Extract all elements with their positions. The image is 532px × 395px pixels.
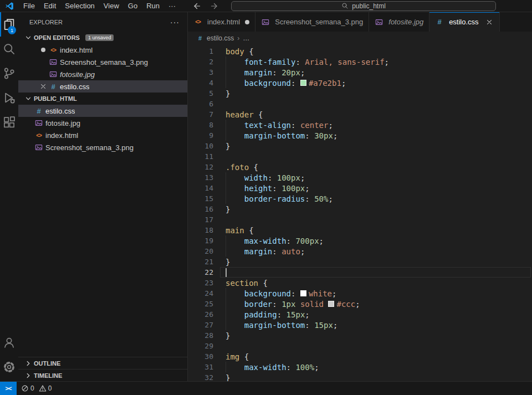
- tree-item-fotosite.jpg[interactable]: fotosite.jpg: [18, 117, 187, 129]
- close-editor-button[interactable]: [38, 82, 48, 91]
- line-number[interactable]: 21: [188, 258, 213, 266]
- code-line[interactable]: 12.foto {: [188, 162, 532, 172]
- line-number[interactable]: 19: [188, 237, 213, 245]
- breadcrumb-symbol[interactable]: …: [243, 34, 249, 42]
- line-number[interactable]: 17: [188, 216, 213, 224]
- open-editor-item[interactable]: #estilo.css: [18, 80, 187, 93]
- line-number[interactable]: 18: [188, 226, 213, 234]
- line-number[interactable]: 10: [188, 142, 213, 150]
- line-number[interactable]: 14: [188, 184, 213, 192]
- code-line[interactable]: 7header {: [188, 109, 532, 120]
- go-forward-button[interactable]: [210, 2, 219, 11]
- code-line[interactable]: 19 max-width: 700px;: [188, 235, 532, 246]
- go-back-button[interactable]: [192, 2, 201, 11]
- accounts-activity-button[interactable]: [0, 330, 18, 355]
- code-line[interactable]: 2 font-family: Arial, sans-serif;: [188, 57, 532, 67]
- code-line[interactable]: 26 padding: 15px;: [188, 309, 532, 320]
- code-line[interactable]: 8 text-align: center;: [188, 120, 532, 130]
- color-swatch[interactable]: [300, 290, 306, 296]
- code-line[interactable]: 1body {: [188, 46, 532, 57]
- tab-Screenshot_semana_3.png[interactable]: Screenshot_semana_3.png: [255, 12, 369, 32]
- menu-item-1[interactable]: Edit: [39, 0, 60, 12]
- line-number[interactable]: 13: [188, 173, 213, 182]
- code-line[interactable]: 21}: [188, 257, 532, 267]
- section-timeline[interactable]: TIMELINE: [18, 369, 187, 381]
- code-line[interactable]: 27 margin-bottom: 15px;: [188, 320, 532, 330]
- code-line[interactable]: 10}: [188, 141, 532, 151]
- code-line[interactable]: 23section {: [188, 278, 532, 288]
- code-line[interactable]: 29: [188, 341, 532, 351]
- source-control-activity-button[interactable]: [0, 61, 18, 85]
- code-line[interactable]: 6: [188, 99, 532, 109]
- close-tab-button[interactable]: [485, 18, 494, 27]
- line-number[interactable]: 1: [188, 47, 213, 55]
- open-editors-header[interactable]: OPEN EDITORS 1 unsaved: [18, 32, 187, 44]
- code-line[interactable]: 24 background: white;: [188, 288, 532, 299]
- explorer-actions-button[interactable]: ···: [170, 18, 180, 27]
- settings-activity-button[interactable]: [0, 355, 18, 379]
- line-number[interactable]: 26: [188, 310, 213, 319]
- color-swatch[interactable]: [328, 301, 334, 307]
- tab-fotosite.jpg[interactable]: fotosite.jpg: [369, 12, 429, 32]
- code-line[interactable]: 17: [188, 214, 532, 225]
- code-line[interactable]: 31 max-width: 100%;: [188, 362, 532, 372]
- breadcrumb-file[interactable]: estilo.css: [207, 34, 234, 42]
- line-number[interactable]: 16: [188, 205, 213, 213]
- code-line[interactable]: 3 margin: 20px;: [188, 67, 532, 78]
- line-number[interactable]: 20: [188, 247, 213, 255]
- code-line[interactable]: 14 height: 100px;: [188, 183, 532, 193]
- extensions-activity-button[interactable]: [0, 110, 18, 134]
- code-line[interactable]: 13 width: 100px;: [188, 172, 532, 183]
- line-number[interactable]: 31: [188, 363, 213, 371]
- code-line[interactable]: 30img {: [188, 351, 532, 362]
- line-number[interactable]: 5: [188, 89, 213, 98]
- open-editor-item[interactable]: Screenshot_semana_3.png: [18, 56, 187, 68]
- line-number[interactable]: 29: [188, 342, 213, 350]
- code-line[interactable]: 18main {: [188, 225, 532, 235]
- line-number[interactable]: 22: [188, 268, 213, 276]
- line-number[interactable]: 11: [188, 152, 213, 161]
- line-number[interactable]: 28: [188, 331, 213, 340]
- tree-item-index.html[interactable]: <>index.html: [18, 129, 187, 141]
- line-number[interactable]: 23: [188, 279, 213, 287]
- search-activity-button[interactable]: [0, 37, 18, 61]
- run-and-debug-activity-button[interactable]: [0, 85, 18, 110]
- code-line[interactable]: 9 margin-bottom: 30px;: [188, 130, 532, 141]
- tab-estilo.css[interactable]: #estilo.css: [429, 12, 499, 32]
- menu-item-0[interactable]: File: [19, 0, 39, 12]
- code-area[interactable]: 1body {2 font-family: Arial, sans-serif;…: [188, 45, 532, 381]
- remote-indicator[interactable]: ><: [0, 382, 17, 395]
- line-number[interactable]: 30: [188, 352, 213, 361]
- line-number[interactable]: 27: [188, 321, 213, 329]
- code-line[interactable]: 11: [188, 151, 532, 162]
- tab-index.html[interactable]: <>index.html: [188, 12, 255, 32]
- menu-item-5[interactable]: Run: [142, 0, 164, 12]
- code-line[interactable]: 15 border-radius: 50%;: [188, 193, 532, 204]
- line-number[interactable]: 2: [188, 58, 213, 66]
- line-number[interactable]: 15: [188, 194, 213, 203]
- open-editor-item[interactable]: fotosite.jpg: [18, 68, 187, 80]
- line-number[interactable]: 7: [188, 110, 213, 119]
- line-number[interactable]: 12: [188, 163, 213, 171]
- code-line[interactable]: 5}: [188, 88, 532, 99]
- open-editor-item[interactable]: <>index.html: [18, 44, 187, 56]
- section-outline[interactable]: OUTLINE: [18, 357, 187, 369]
- code-line[interactable]: 20 margin: auto;: [188, 246, 532, 257]
- line-number[interactable]: 32: [188, 373, 213, 381]
- command-center-search[interactable]: public_html: [231, 1, 496, 11]
- line-number[interactable]: 6: [188, 100, 213, 108]
- line-number[interactable]: 4: [188, 79, 213, 87]
- code-line[interactable]: 28}: [188, 330, 532, 341]
- line-number[interactable]: 8: [188, 121, 213, 129]
- line-number[interactable]: 24: [188, 289, 213, 297]
- tree-item-Screenshot_semana_3.png[interactable]: Screenshot_semana_3.png: [18, 141, 187, 153]
- line-number[interactable]: 9: [188, 131, 213, 140]
- line-number[interactable]: 3: [188, 68, 213, 76]
- folder-section-header[interactable]: PUBLIC_HTML: [18, 93, 187, 105]
- tree-item-estilo.css[interactable]: #estilo.css: [18, 105, 187, 117]
- menu-item-4[interactable]: Go: [124, 0, 142, 12]
- code-line[interactable]: 4 background: #a7e2b1;: [188, 78, 532, 88]
- menu-item-3[interactable]: View: [99, 0, 124, 12]
- color-swatch[interactable]: [300, 80, 306, 86]
- menu-item-6[interactable]: ···: [164, 0, 180, 12]
